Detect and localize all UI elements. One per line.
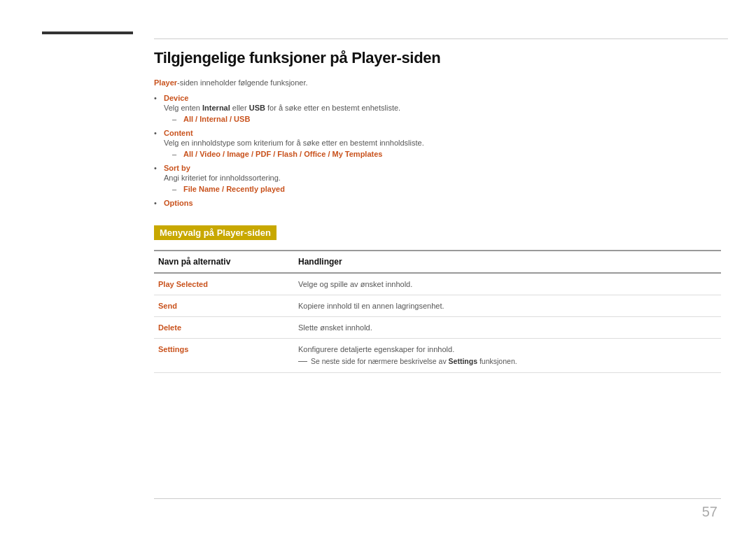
main-content: Tilgjengelige funksjoner på Player-siden… xyxy=(154,49,721,373)
internal-bold: Internal xyxy=(202,104,230,112)
device-sub-item: All / Internal / USB xyxy=(172,115,721,123)
table-header-row: Navn på alternativ Handlinger xyxy=(154,251,721,273)
dash-icon: — xyxy=(298,356,307,366)
options-label: Options xyxy=(164,199,193,207)
sortby-sub-item: File Name / Recently played xyxy=(172,185,721,193)
settings-note-bold: Settings xyxy=(449,357,477,365)
row-name-play-selected: Play Selected xyxy=(154,273,294,295)
sortby-desc: Angi kriteriet for innholdssortering. xyxy=(164,174,721,182)
page-title: Tilgjengelige funksjoner på Player-siden xyxy=(154,49,721,67)
content-desc: Velg en innholdstype som kriterium for å… xyxy=(164,139,721,147)
table-row: Play Selected Velge og spille av ønsket … xyxy=(154,273,721,295)
list-item-sortby: Sort by Angi kriteriet for innholdssorte… xyxy=(154,164,721,193)
sortby-options: File Name / Recently played xyxy=(183,185,285,193)
row-action-settings: Konfigurere detaljerte egenskaper for in… xyxy=(294,339,721,373)
intro-suffix: -siden inneholder følgende funksjoner. xyxy=(177,78,308,87)
content-options: All / Video / Image / PDF / Flash / Offi… xyxy=(183,150,382,158)
list-item-content: Content Velg en innholdstype som kriteri… xyxy=(154,129,721,158)
sortby-label: Sort by xyxy=(164,164,190,172)
settings-note-prefix: Se neste side for nærmere beskrivelse av xyxy=(311,357,449,365)
row-action-play-selected: Velge og spille av ønsket innhold. xyxy=(294,273,721,295)
intro-text: Player-siden inneholder følgende funksjo… xyxy=(154,78,721,87)
row-action-send: Kopiere innhold til en annen lagringsenh… xyxy=(294,295,721,317)
content-sub-item: All / Video / Image / PDF / Flash / Offi… xyxy=(172,150,721,158)
usb-bold: USB xyxy=(249,104,265,112)
content-sub-list: All / Video / Image / PDF / Flash / Offi… xyxy=(172,150,721,158)
col-name-header: Navn på alternativ xyxy=(154,251,294,273)
top-rule xyxy=(154,38,728,39)
section-heading: Menyvalg på Player-siden xyxy=(154,225,276,240)
device-desc: Velg enten Internal eller USB for å søke… xyxy=(164,104,721,112)
row-action-delete: Slette ønsket innhold. xyxy=(294,317,721,339)
row-name-send: Send xyxy=(154,295,294,317)
col-action-header: Handlinger xyxy=(294,251,721,273)
settings-action-text: Konfigurere detaljerte egenskaper for in… xyxy=(298,345,717,353)
row-name-settings: Settings xyxy=(154,339,294,373)
device-sub-list: All / Internal / USB xyxy=(172,115,721,123)
sortby-sub-list: File Name / Recently played xyxy=(172,185,721,193)
table-row: Settings Konfigurere detaljerte egenskap… xyxy=(154,339,721,373)
bottom-rule xyxy=(154,498,721,499)
table-row: Delete Slette ønsket innhold. xyxy=(154,317,721,339)
device-label: Device xyxy=(164,94,188,102)
list-item-options: Options xyxy=(154,199,721,207)
list-item-device: Device Velg enten Internal eller USB for… xyxy=(154,94,721,123)
row-name-delete: Delete xyxy=(154,317,294,339)
settings-note: — Se neste side for nærmere beskrivelse … xyxy=(298,356,717,366)
recently-played: Recently played xyxy=(226,185,285,193)
page-number: 57 xyxy=(702,504,718,520)
table-row: Send Kopiere innhold til en annen lagrin… xyxy=(154,295,721,317)
content-table: Navn på alternativ Handlinger Play Selec… xyxy=(154,250,721,373)
bullet-list: Device Velg enten Internal eller USB for… xyxy=(154,94,721,207)
sidebar-bar xyxy=(42,31,133,34)
content-label: Content xyxy=(164,129,193,137)
page-container: Tilgjengelige funksjoner på Player-siden… xyxy=(0,0,756,534)
device-options: All / Internal / USB xyxy=(183,115,250,123)
settings-note-suffix: funksjonen. xyxy=(477,357,517,365)
intro-bold: Player xyxy=(154,78,177,87)
